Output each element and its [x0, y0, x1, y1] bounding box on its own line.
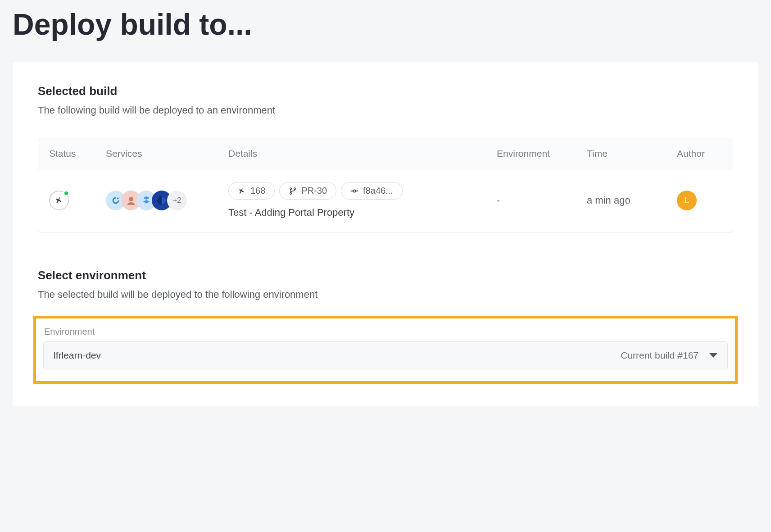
status-success-dot: [63, 191, 69, 196]
page-title: Deploy build to...: [13, 9, 758, 40]
col-details-label: Details: [228, 148, 497, 159]
details-cell: 168 PR-30 f8a46... Test - Adding P: [228, 182, 497, 218]
commit-value: f8a46...: [363, 186, 393, 196]
branch-pill[interactable]: PR-30: [279, 182, 336, 200]
select-environment-heading: Select environment: [38, 268, 733, 282]
build-description: Test - Adding Portal Property: [228, 207, 497, 218]
commit-icon: [350, 187, 358, 195]
service-stack: +2: [106, 191, 228, 210]
environment-field-label: Environment: [43, 327, 728, 337]
status-cell: [49, 191, 106, 210]
svg-point-4: [294, 188, 296, 190]
svg-point-0: [117, 197, 119, 199]
build-number-value: 168: [250, 186, 265, 196]
selected-build-section: Selected build The following build will …: [38, 84, 733, 232]
environment-selected-value: lfrlearn-dev: [54, 350, 101, 361]
commit-pill[interactable]: f8a46...: [341, 182, 403, 200]
svg-point-3: [290, 188, 292, 190]
thumbtack-icon: [54, 196, 63, 205]
chevron-down-icon: [709, 353, 717, 358]
svg-point-1: [129, 197, 133, 201]
branch-value: PR-30: [301, 186, 327, 196]
services-cell: +2: [106, 191, 228, 210]
build-table: Status Services Details Environment Time…: [38, 138, 733, 232]
thumbtack-icon: [238, 187, 246, 195]
svg-point-6: [353, 190, 355, 192]
col-status-label: Status: [49, 148, 106, 159]
selected-build-subtext: The following build will be deployed to …: [38, 105, 733, 116]
col-environment-label: Environment: [497, 148, 587, 159]
current-build-label: Current build #167: [621, 350, 698, 361]
service-more-count[interactable]: +2: [167, 191, 187, 210]
environment-highlight-box: Environment lfrlearn-dev Current build #…: [33, 316, 738, 384]
col-time-label: Time: [587, 148, 677, 159]
build-table-header: Status Services Details Environment Time…: [38, 138, 733, 169]
environment-select[interactable]: lfrlearn-dev Current build #167: [43, 341, 728, 369]
selected-build-heading: Selected build: [38, 84, 733, 98]
author-cell: L: [677, 191, 722, 210]
select-environment-section: Select environment The selected build wi…: [38, 268, 733, 384]
time-cell: a min ago: [587, 195, 677, 206]
environment-cell: -: [497, 195, 587, 206]
build-row: +2 168 PR-30: [38, 169, 733, 232]
build-number-pill[interactable]: 168: [228, 182, 275, 200]
col-author-label: Author: [677, 148, 722, 159]
branch-icon: [289, 187, 297, 195]
svg-point-5: [290, 192, 292, 194]
select-environment-subtext: The selected build will be deployed to t…: [38, 289, 733, 300]
author-avatar: L: [677, 191, 697, 210]
col-services-label: Services: [106, 148, 228, 159]
deploy-card: Selected build The following build will …: [13, 62, 758, 406]
detail-pills: 168 PR-30 f8a46...: [228, 182, 497, 200]
environment-select-right: Current build #167: [621, 350, 717, 361]
status-icon: [49, 191, 69, 210]
